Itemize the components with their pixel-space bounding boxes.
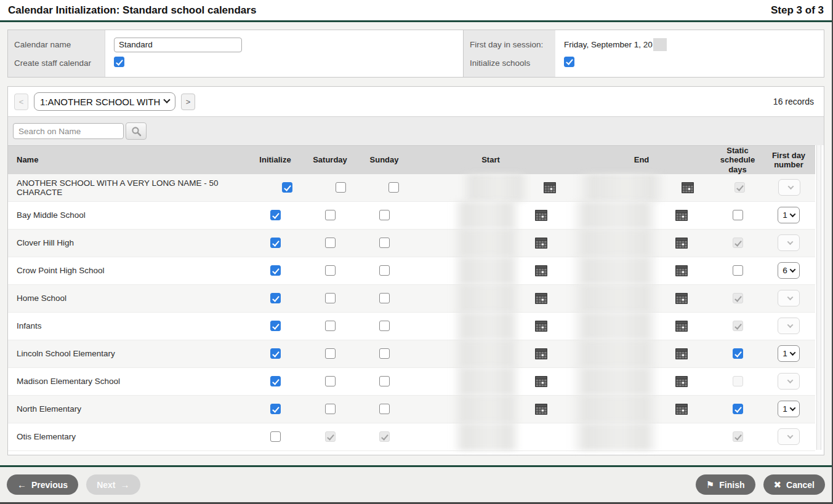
first-day-number-select	[778, 318, 800, 334]
static-schedule-days-checkbox	[733, 321, 743, 331]
initialize-checkbox[interactable]	[282, 182, 292, 193]
saturday-checkbox[interactable]	[325, 293, 336, 303]
finish-button[interactable]: ⚑ Finish	[696, 474, 755, 495]
initialize-checkbox[interactable]	[270, 321, 281, 331]
table-row: Lincoln School Elementary	[8, 340, 815, 368]
next-button[interactable]: Next →	[86, 474, 140, 495]
sunday-checkbox[interactable]	[379, 210, 390, 220]
start-date-calendar-icon[interactable]	[534, 347, 548, 361]
search-input[interactable]	[13, 123, 124, 139]
initialize-checkbox[interactable]	[270, 210, 281, 220]
redacted-end-date	[570, 367, 659, 395]
vertical-scrollbar[interactable]	[816, 145, 821, 450]
sunday-checkbox[interactable]	[379, 293, 390, 303]
school-navigator: < 1:ANOTHER SCHOOL WITH > 16 records	[8, 87, 824, 116]
school-name: Infants	[8, 313, 247, 340]
sunday-checkbox[interactable]	[379, 238, 390, 248]
first-day-number-select[interactable]: 1	[778, 401, 800, 417]
create-staff-calendar-checkbox[interactable]	[114, 57, 124, 67]
saturday-checkbox[interactable]	[336, 182, 346, 193]
saturday-checkbox[interactable]	[325, 265, 336, 276]
redacted-start-date	[452, 395, 521, 423]
chevron-down-icon	[163, 97, 170, 103]
sunday-checkbox[interactable]	[379, 376, 390, 386]
end-date-calendar-icon[interactable]	[675, 347, 688, 361]
first-day-in-session-value: Friday, September 1, 20	[564, 40, 653, 49]
search-button[interactable]	[126, 122, 147, 140]
first-day-number-select[interactable]: 1	[778, 345, 800, 362]
redacted-end-date	[570, 201, 659, 229]
static-schedule-days-checkbox[interactable]	[733, 404, 743, 414]
saturday-checkbox[interactable]	[325, 348, 336, 359]
right-values: Friday, September 1, 20	[555, 30, 824, 77]
calendar-name-input[interactable]	[114, 38, 242, 52]
initialize-checkbox[interactable]	[270, 376, 281, 386]
end-date-calendar-icon[interactable]	[675, 209, 688, 222]
end-date-calendar-icon[interactable]	[675, 292, 688, 305]
start-date-calendar-icon[interactable]	[534, 292, 548, 305]
previous-button[interactable]: ← Previous	[7, 474, 78, 495]
sunday-checkbox	[379, 431, 390, 442]
next-school-button[interactable]: >	[181, 94, 195, 110]
initialize-schools-checkbox[interactable]	[564, 57, 574, 67]
school-name: Madison Elementary School	[8, 368, 247, 395]
start-date-calendar-icon[interactable]	[534, 319, 548, 333]
school-selector-dropdown[interactable]: 1:ANOTHER SCHOOL WITH	[34, 92, 175, 111]
saturday-checkbox[interactable]	[325, 321, 336, 331]
first-day-number-value: 1	[783, 349, 787, 358]
schools-table: Name Initialize Saturday Sunday Start En…	[8, 145, 815, 451]
chevron-down-icon	[788, 184, 794, 190]
saturday-checkbox[interactable]	[325, 210, 336, 220]
static-schedule-days-checkbox	[733, 238, 743, 248]
sunday-checkbox[interactable]	[379, 321, 390, 331]
table-row: Crow Point High School	[8, 257, 815, 285]
start-date-calendar-icon[interactable]	[534, 236, 548, 250]
table-row: Bay Middle School	[8, 202, 815, 230]
saturday-checkbox[interactable]	[325, 404, 336, 414]
chevron-down-icon	[787, 239, 794, 246]
redacted-year	[653, 38, 667, 51]
redacted-start-date	[452, 367, 521, 395]
saturday-checkbox[interactable]	[325, 238, 336, 248]
step-indicator: Step 3 of 3	[771, 4, 824, 17]
initialize-checkbox[interactable]	[270, 431, 281, 442]
static-schedule-days-checkbox[interactable]	[733, 210, 743, 220]
end-date-calendar-icon[interactable]	[675, 264, 688, 278]
first-day-number-select[interactable]: 1	[778, 207, 800, 223]
start-date-calendar-icon[interactable]	[534, 402, 548, 416]
cancel-button[interactable]: ✖ Cancel	[763, 474, 826, 495]
col-header-end: End	[570, 155, 713, 164]
first-day-number-select[interactable]: 6	[778, 262, 800, 279]
initialize-checkbox[interactable]	[270, 293, 281, 303]
chevron-down-icon	[787, 433, 794, 439]
initialize-checkbox[interactable]	[270, 348, 281, 359]
sunday-checkbox[interactable]	[379, 404, 390, 414]
start-date-calendar-icon[interactable]	[543, 181, 557, 194]
initialize-checkbox[interactable]	[270, 404, 281, 414]
start-date-calendar-icon[interactable]	[534, 375, 548, 388]
end-date-calendar-icon[interactable]	[675, 375, 688, 388]
static-schedule-days-checkbox[interactable]	[733, 348, 743, 359]
initialize-checkbox[interactable]	[270, 265, 281, 276]
end-date-calendar-icon[interactable]	[675, 319, 688, 333]
chevron-down-icon	[787, 295, 794, 301]
table-row: Madison Elementary School	[8, 368, 815, 396]
previous-school-button[interactable]: <	[14, 94, 28, 110]
redacted-end-date	[576, 174, 666, 201]
table-row: Clover Hill High	[8, 230, 815, 257]
end-date-calendar-icon[interactable]	[675, 402, 688, 416]
static-schedule-days-checkbox[interactable]	[733, 265, 743, 276]
start-date-calendar-icon[interactable]	[534, 264, 548, 278]
end-date-calendar-icon[interactable]	[681, 181, 694, 194]
redacted-start-date	[461, 174, 529, 201]
initialize-checkbox[interactable]	[270, 238, 281, 248]
saturday-checkbox[interactable]	[325, 376, 336, 386]
start-date-calendar-icon[interactable]	[534, 209, 548, 222]
redacted-start-date	[452, 423, 521, 450]
sunday-checkbox[interactable]	[379, 348, 390, 359]
end-date-calendar-icon[interactable]	[675, 236, 688, 250]
sunday-checkbox[interactable]	[388, 182, 399, 193]
sunday-checkbox[interactable]	[379, 265, 390, 276]
search-icon	[131, 126, 142, 137]
records-count: 16 records	[773, 97, 818, 106]
